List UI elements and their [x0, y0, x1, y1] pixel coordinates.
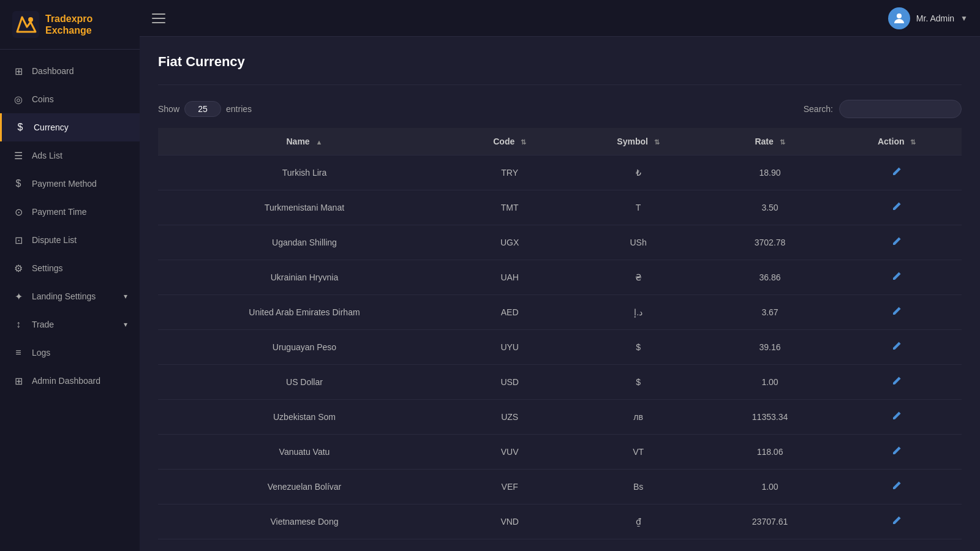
- edit-button[interactable]: [887, 443, 907, 460]
- edit-button[interactable]: [887, 408, 907, 425]
- col-symbol[interactable]: Symbol ⇅: [568, 128, 707, 156]
- sidebar-item-currency[interactable]: $ Currency: [0, 113, 140, 141]
- edit-button[interactable]: [887, 513, 907, 530]
- admin-dropdown-icon[interactable]: ▼: [960, 14, 968, 23]
- edit-button[interactable]: [887, 164, 907, 181]
- cell-code: VEF: [451, 470, 568, 504]
- sort-name-icon: ▲: [316, 138, 323, 146]
- nav-label-landing-settings: Landing Settings: [32, 291, 96, 301]
- table-row: Turkmenistani Manat TMT T 3.50: [158, 190, 962, 225]
- search-input[interactable]: [839, 100, 962, 118]
- logo-text: Tradexpro Exchange: [45, 13, 92, 36]
- sidebar: Tradexpro Exchange ⊞ Dashboard ◎ Coins $…: [0, 0, 140, 551]
- sidebar-item-landing-settings[interactable]: ✦ Landing Settings ▾: [0, 282, 140, 310]
- cell-rate: 1.00: [708, 470, 832, 504]
- table-row: Ugandan Shilling UGX USh 3702.78: [158, 225, 962, 260]
- cell-code: VUV: [451, 435, 568, 470]
- sidebar-item-logs[interactable]: ≡ Logs: [0, 339, 140, 367]
- page-divider: [158, 84, 962, 85]
- cell-name: Turkmenistani Manat: [158, 190, 451, 225]
- cell-name: Venezuelan Bolívar: [158, 470, 451, 504]
- nav-icon-payment-time: ⊙: [12, 206, 24, 218]
- page-title: Fiat Currency: [158, 54, 962, 70]
- cell-symbol: د.إ: [568, 295, 707, 330]
- show-label: Show: [158, 104, 179, 114]
- sidebar-item-trade[interactable]: ↕ Trade ▾: [0, 310, 140, 339]
- nav-label-coins: Coins: [32, 94, 54, 104]
- logo-icon: [12, 11, 39, 38]
- table-row: United Arab Emirates Dirham AED د.إ 3.67: [158, 295, 962, 330]
- table-row: Vanuatu Vatu VUV VT 118.06: [158, 435, 962, 470]
- nav-icon-settings: ⚙: [12, 262, 24, 274]
- sidebar-item-payment-method[interactable]: $ Payment Method: [0, 170, 140, 198]
- svg-point-3: [897, 13, 902, 18]
- table-row: US Dollar USD $ 1.00: [158, 365, 962, 400]
- nav-label-settings: Settings: [32, 263, 63, 273]
- sidebar-item-payment-time[interactable]: ⊙ Payment Time: [0, 198, 140, 226]
- table-header-row: Name ▲ Code ⇅ Symbol ⇅ Rate ⇅ Action ⇅: [158, 128, 962, 156]
- cell-name: Vanuatu Vatu: [158, 435, 451, 470]
- cell-code: TMT: [451, 190, 568, 225]
- edit-button[interactable]: [887, 199, 907, 216]
- nav-list: ⊞ Dashboard ◎ Coins $ Currency ☰ Ads Lis…: [0, 50, 140, 402]
- nav-icon-coins: ◎: [12, 93, 24, 105]
- edit-button[interactable]: [887, 269, 907, 286]
- edit-button[interactable]: [887, 339, 907, 356]
- nav-icon-logs: ≡: [12, 347, 24, 359]
- logo-area: Tradexpro Exchange: [0, 0, 140, 50]
- cell-action: [832, 156, 962, 190]
- cell-name: Uruguayan Peso: [158, 330, 451, 365]
- col-code[interactable]: Code ⇅: [451, 128, 568, 156]
- entries-label: entries: [226, 104, 252, 114]
- cell-name: Ukrainian Hryvnia: [158, 260, 451, 295]
- nav-icon-landing-settings: ✦: [12, 290, 24, 302]
- nav-icon-ads-list: ☰: [12, 149, 24, 162]
- cell-symbol: $: [568, 365, 707, 400]
- nav-label-ads-list: Ads List: [32, 151, 62, 160]
- cell-code: USD: [451, 365, 568, 400]
- search-area: Search:: [804, 100, 962, 118]
- cell-symbol: T: [568, 190, 707, 225]
- cell-name: United Arab Emirates Dirham: [158, 295, 451, 330]
- hamburger-button[interactable]: [152, 13, 165, 23]
- entries-input[interactable]: [184, 101, 221, 117]
- edit-button[interactable]: [887, 478, 907, 495]
- nav-label-payment-time: Payment Time: [32, 207, 86, 217]
- col-name[interactable]: Name ▲: [158, 128, 451, 156]
- cell-rate: 39.16: [708, 330, 832, 365]
- nav-icon-dispute-list: ⊡: [12, 234, 24, 246]
- cell-action: [832, 190, 962, 225]
- cell-rate: 18.90: [708, 156, 832, 190]
- table-body: Turkish Lira TRY ₺ 18.90 Turkmenistani M…: [158, 156, 962, 539]
- cell-name: Turkish Lira: [158, 156, 451, 190]
- sort-rate-icon: ⇅: [780, 138, 785, 146]
- edit-button[interactable]: [887, 234, 907, 251]
- cell-name: US Dollar: [158, 365, 451, 400]
- cell-action: [832, 504, 962, 539]
- sidebar-item-dispute-list[interactable]: ⊡ Dispute List: [0, 226, 140, 254]
- sort-symbol-icon: ⇅: [654, 138, 660, 146]
- nav-icon-dashboard: ⊞: [12, 65, 24, 77]
- topbar-right: Mr. Admin ▼: [888, 7, 968, 29]
- cell-rate: 3702.78: [708, 225, 832, 260]
- topbar: Mr. Admin ▼: [140, 0, 980, 37]
- col-rate[interactable]: Rate ⇅: [708, 128, 832, 156]
- sidebar-item-ads-list[interactable]: ☰ Ads List: [0, 141, 140, 170]
- nav-label-payment-method: Payment Method: [32, 179, 97, 189]
- sidebar-item-settings[interactable]: ⚙ Settings: [0, 254, 140, 282]
- nav-icon-trade: ↕: [12, 318, 24, 331]
- sidebar-item-coins[interactable]: ◎ Coins: [0, 85, 140, 113]
- sidebar-item-dashboard[interactable]: ⊞ Dashboard: [0, 57, 140, 85]
- edit-button[interactable]: [887, 373, 907, 391]
- col-action[interactable]: Action ⇅: [832, 128, 962, 156]
- sort-code-icon: ⇅: [521, 138, 526, 146]
- nav-label-trade: Trade: [32, 320, 54, 329]
- sidebar-item-admin-dashboard[interactable]: ⊞ Admin Dashboard: [0, 367, 140, 395]
- cell-symbol: VT: [568, 435, 707, 470]
- edit-button[interactable]: [887, 304, 907, 321]
- data-table: Name ▲ Code ⇅ Symbol ⇅ Rate ⇅ Action ⇅: [158, 128, 962, 539]
- cell-action: [832, 400, 962, 435]
- cell-name: Ugandan Shilling: [158, 225, 451, 260]
- nav-label-currency: Currency: [34, 122, 69, 132]
- nav-label-admin-dashboard: Admin Dashboard: [32, 376, 100, 386]
